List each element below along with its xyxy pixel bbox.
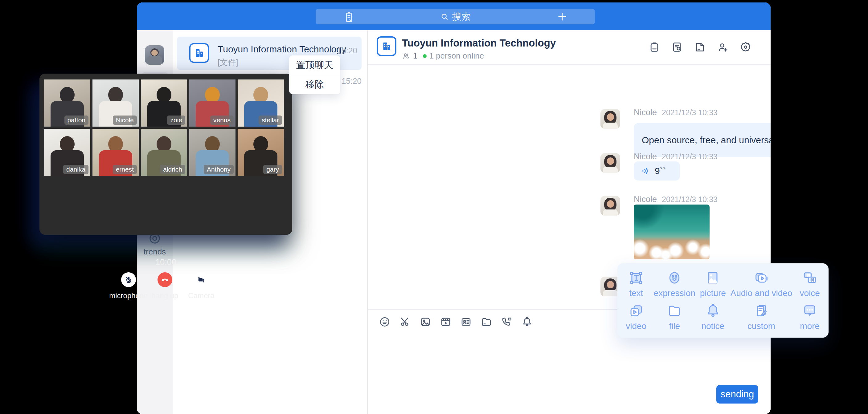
message-input[interactable] [379, 335, 760, 406]
call-control-label: Camera [170, 291, 232, 300]
participant-name: zoie [167, 116, 185, 125]
current-user-avatar[interactable] [145, 45, 164, 65]
conversation-time: 15:20 [337, 46, 357, 56]
screenshot-stage: 搜索 trends [0, 0, 868, 414]
message-text: Open source, free, and universal instant… [642, 135, 771, 146]
search-placeholder: 搜索 [452, 10, 471, 23]
message-time: 2021/12/3 10:33 [662, 108, 718, 117]
participant-tile[interactable]: ernest [92, 129, 139, 176]
conversation-last-message: [文件] [218, 57, 238, 68]
search-icon [440, 12, 449, 21]
microphone-mute-button[interactable] [121, 272, 136, 287]
contact-card-icon[interactable] [460, 316, 472, 328]
call-icon[interactable] [501, 316, 513, 328]
panel-item-label: more [800, 321, 819, 331]
sender-avatar[interactable] [600, 109, 620, 129]
video-call-overlay: pattonNicolezoievenusstellardanikaernest… [39, 74, 292, 235]
voice-wave-icon [641, 166, 650, 176]
voice-message-bubble[interactable]: 9`` [634, 161, 680, 181]
participant-tile[interactable]: Nicole [92, 79, 139, 127]
participant-tile[interactable]: aldrich [141, 129, 187, 176]
participant-tile[interactable]: patton [44, 79, 90, 127]
participant-tile[interactable]: Anthony [189, 129, 236, 176]
settings-gear-icon[interactable] [739, 40, 753, 54]
message-meta: Nicole2021/12/3 10:33 [634, 152, 718, 161]
search-bar[interactable]: 搜索 [316, 9, 595, 24]
group-notice-icon[interactable] [647, 40, 661, 54]
chat-history-search-icon[interactable] [670, 40, 684, 54]
notice-item[interactable]: notice [695, 300, 731, 333]
online-dot [423, 54, 427, 58]
participant-tile[interactable]: danika [44, 129, 90, 176]
panel-item-label: expression [654, 288, 695, 298]
camera-off-button[interactable] [194, 272, 209, 287]
image-icon[interactable] [420, 316, 431, 328]
participant-name: danika [63, 165, 89, 174]
participant-name: ernest [113, 165, 137, 174]
composer-toolbar [379, 316, 533, 328]
participant-tile[interactable]: stellar [238, 79, 284, 127]
image-message-beach[interactable] [634, 204, 710, 259]
top-bar: 搜索 [137, 2, 771, 30]
participant-name: Nicole [113, 116, 137, 125]
participant-tile[interactable]: gary [238, 129, 284, 176]
text-icon [628, 270, 644, 286]
notify-bell-icon[interactable] [521, 316, 533, 328]
audio-video-item[interactable]: Audio and video [731, 268, 793, 300]
members-icon [402, 52, 410, 60]
panel-item-label: video [626, 321, 646, 331]
menu-item-pin-chat[interactable]: 置顶聊天 [289, 56, 340, 75]
message-time: 2021/12/3 10:33 [662, 152, 718, 161]
send-button[interactable]: sending [716, 385, 758, 404]
sender-name: Nicole [634, 195, 657, 204]
video-clip-icon[interactable] [440, 316, 452, 328]
custom-icon [753, 303, 769, 319]
picture-item[interactable]: picture [695, 268, 731, 300]
panel-item-label: voice [800, 288, 820, 298]
more-item[interactable]: more [792, 300, 827, 333]
menu-item-remove[interactable]: 移除 [289, 75, 340, 95]
picture-icon [705, 270, 721, 286]
audio-video-icon [753, 270, 769, 286]
expression-item[interactable]: expression [654, 268, 695, 300]
sender-name: Nicole [634, 108, 657, 117]
group-building-icon [377, 36, 396, 56]
nav-item-trends[interactable]: trends [137, 232, 173, 257]
participant-name: venus [210, 116, 234, 125]
group-files-icon[interactable] [693, 40, 707, 54]
chat-header: Tuoyun Information Technology 1 1 person… [368, 30, 771, 65]
message-meta: Nicole2021/12/3 10:33 [634, 108, 718, 117]
hang-up-button[interactable] [157, 272, 172, 287]
text-item[interactable]: text [619, 268, 654, 300]
panel-item-label: text [629, 288, 643, 298]
participant-name: gary [263, 165, 282, 174]
chat-header-actions [647, 40, 753, 54]
participant-tile[interactable]: zoie [141, 79, 187, 127]
emoji-icon[interactable] [379, 316, 391, 328]
chat-pane: Tuoyun Information Technology 1 1 person… [368, 30, 771, 414]
file-icon [666, 303, 682, 319]
search-field[interactable]: 搜索 [440, 10, 471, 23]
panel-item-label: file [669, 321, 680, 331]
participant-name: aldrich [160, 165, 185, 174]
message-time: 2021/12/3 10:33 [662, 195, 718, 203]
panel-item-label: picture [700, 288, 726, 298]
custom-item[interactable]: custom [731, 300, 793, 333]
file-item[interactable]: file [654, 300, 695, 333]
add-member-icon[interactable] [716, 40, 730, 54]
plus-icon[interactable] [557, 11, 568, 23]
sender-avatar[interactable] [600, 153, 620, 173]
memo-call-icon[interactable] [343, 11, 355, 25]
sender-avatar[interactable] [600, 196, 620, 216]
more-icon [802, 303, 818, 319]
voice-item[interactable]: voice [792, 268, 827, 300]
online-status: 1 person online [429, 51, 484, 61]
screenshot-scissors-icon[interactable] [399, 316, 411, 328]
conversation-context-menu: 置顶聊天 移除 [289, 56, 340, 94]
participant-tile[interactable]: venus [189, 79, 236, 127]
video-icon [628, 303, 644, 319]
voice-icon [802, 270, 818, 286]
video-item[interactable]: video [619, 300, 654, 333]
panel-item-label: custom [747, 321, 775, 331]
folder-icon[interactable] [480, 316, 492, 328]
